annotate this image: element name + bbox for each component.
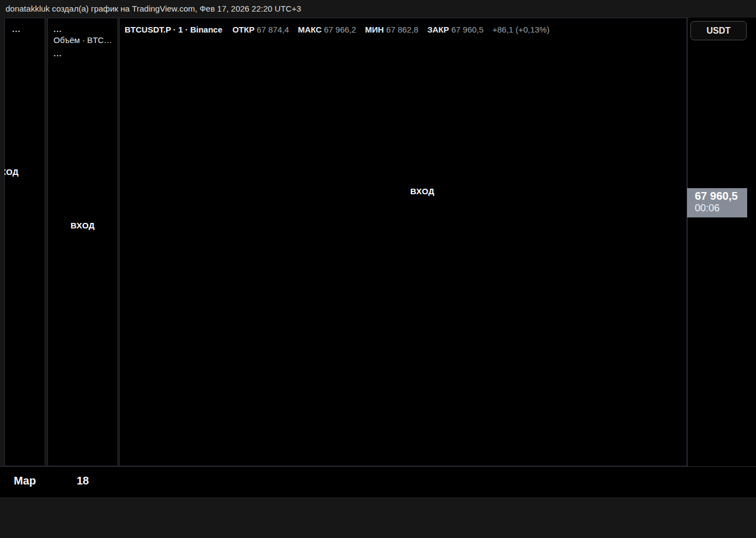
last-price-box: 67 960,5 00:06 <box>687 188 747 217</box>
price-tick[interactable]: 68 600,0 <box>696 62 730 72</box>
price-tick[interactable]: 67 600,0 <box>696 259 730 269</box>
close-label: ЗАКР <box>427 25 449 34</box>
entry-label: ВХОД <box>410 187 435 196</box>
entry-label: ВХОД <box>4 167 33 177</box>
price-tick[interactable]: 68 200,0 <box>696 141 730 151</box>
panel2-menu2-icon[interactable]: ... <box>53 49 62 58</box>
panel2-menu-icon[interactable]: ... <box>53 24 62 34</box>
time-label-day[interactable]: 18 <box>77 475 89 487</box>
symbol-title[interactable]: BTCUSDT.P · 1 · Binance <box>125 25 222 34</box>
change-value: +86,1 (+0,13%) <box>492 25 549 34</box>
low-value: 67 862,8 <box>386 25 418 34</box>
panel1-entry-label-wrap: ВХОД <box>4 167 33 177</box>
entry-label: ВХОД <box>71 221 95 230</box>
price-tick[interactable]: 67 400,0 <box>696 299 730 308</box>
high-value: 67 966,2 <box>324 25 356 34</box>
time-label-month[interactable]: Мар <box>14 475 36 487</box>
panel1-menu-icon[interactable]: ... <box>12 24 21 34</box>
chart-canvas[interactable] <box>0 0 756 538</box>
price-tick[interactable]: 68 400,0 <box>696 102 730 111</box>
volume-study-label[interactable]: Объём · BTC… <box>53 35 112 45</box>
close-value: 67 960,5 <box>451 25 483 34</box>
chart-legend[interactable]: BTCUSDT.P · 1 · Binance ОТКР 67 874,4 МА… <box>125 25 556 35</box>
last-price-value: 67 960,5 <box>695 190 747 203</box>
currency-toggle-button[interactable]: USDT <box>690 21 747 40</box>
bar-countdown: 00:06 <box>695 203 747 214</box>
low-label: МИН <box>365 25 384 34</box>
price-tick[interactable]: 67 800,0 <box>696 220 730 230</box>
high-label: МАКС <box>298 25 321 34</box>
open-value: 67 874,4 <box>257 25 289 34</box>
tradingview-screenshot: donatakkluk создал(а) график на TradingV… <box>0 0 756 538</box>
open-label: ОТКР <box>232 25 254 34</box>
